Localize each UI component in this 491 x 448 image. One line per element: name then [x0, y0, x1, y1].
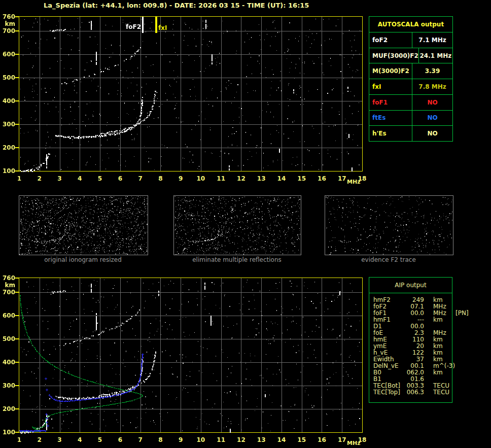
x-tick-label: 1: [13, 436, 25, 443]
x-tick-label: 4: [74, 436, 86, 443]
autoscala-row-value: NO: [412, 111, 452, 126]
autoscala-row-label: fxI: [369, 79, 412, 94]
x-axis-unit-label: MHz: [347, 179, 361, 185]
autoscala-row-label: foF2: [369, 32, 412, 48]
thumbnail-original-canvas: [19, 195, 148, 255]
y-tick-label: 300: [0, 121, 15, 128]
x-tick-label: 10: [195, 175, 207, 182]
autoscala-row-value: 3.39: [412, 63, 452, 79]
aip-value: 006.3: [403, 389, 424, 396]
y-tick-label: 400: [0, 359, 15, 366]
autoscala-output-table: AUTOSCALA output foF27.1 MHzMUF(3000)F22…: [369, 16, 453, 142]
autoscala-row: MUF(3000)F224.1 MHz: [369, 48, 452, 63]
ionogram-bottom: [14, 275, 365, 435]
y-tick-label: 600: [0, 312, 15, 319]
x-tick-label: 16: [315, 175, 328, 182]
autoscala-table-body: foF27.1 MHzMUF(3000)F224.1 MHzM(3000)F23…: [369, 32, 452, 141]
y-axis-unit-label: km: [0, 282, 15, 289]
y-tick-label: 760: [0, 13, 15, 20]
x-tick-label: 11: [215, 175, 227, 182]
autoscala-row: M(3000)F23.39: [369, 63, 452, 79]
x-tick-label: 12: [235, 436, 247, 443]
y-tick-label: 500: [0, 335, 15, 342]
x-tick-label: 14: [275, 175, 288, 182]
x-tick-label: 1: [13, 175, 25, 182]
aip-table-header: AIP output: [369, 278, 452, 293]
x-tick-label: 17: [336, 436, 348, 443]
autoscala-row-value: 24.1 MHz: [419, 48, 452, 63]
x-tick-label: 13: [255, 436, 267, 443]
x-tick-label: 10: [195, 436, 207, 443]
autoscala-row-value: NO: [412, 126, 452, 141]
y-tick-label: 700: [0, 289, 15, 296]
x-tick-label: 8: [154, 175, 166, 182]
x-tick-label: 11: [215, 436, 227, 443]
ionogram-top-canvas: [14, 14, 365, 174]
x-tick-label: 2: [33, 436, 46, 443]
x-tick-label: 6: [114, 436, 126, 443]
autoscala-row: foF27.1 MHz: [369, 32, 452, 48]
x-tick-label: 17: [336, 175, 348, 182]
x-tick-label: 3: [54, 436, 66, 443]
x-tick-label: 15: [296, 175, 308, 182]
autoscala-row-label: h'Es: [369, 126, 412, 141]
thumbnail-original-ionogram: [19, 195, 147, 254]
aip-table-body: hmF2249kmfoF207.1MHzfoF100.0MHz[PN]hmF1-…: [369, 293, 452, 396]
x-tick-label: 7: [134, 175, 147, 182]
aip-unit: TECU: [433, 389, 454, 396]
autoscala-row-value: 7.8 MHz: [412, 79, 452, 94]
thumbnail-f2-trace-caption: evidence F2 trace: [325, 256, 452, 263]
x-tick-label: 4: [74, 175, 86, 182]
autoscala-row-label: M(3000)F2: [369, 63, 412, 79]
autoscala-row-label: MUF(3000)F2: [369, 48, 419, 63]
autoscala-row: ftEsNO: [369, 110, 452, 126]
x-tick-label: 8: [154, 436, 166, 443]
x-tick-label: 16: [315, 436, 328, 443]
autoscala-row: fxI7.8 MHz: [369, 79, 452, 94]
y-tick-label: 760: [0, 274, 15, 282]
x-tick-label: 15: [296, 436, 308, 443]
autoscala-row-label: ftEs: [369, 111, 412, 126]
autoscala-row: foF1NO: [369, 94, 452, 110]
autoscala-row: h'EsNO: [369, 125, 452, 141]
x-tick-label: 14: [275, 436, 288, 443]
autoscala-table-header: AUTOSCALA output: [369, 17, 452, 32]
y-tick-label: 500: [0, 74, 15, 81]
x-tick-label: 5: [94, 436, 106, 443]
aip-unit: km: [433, 317, 454, 323]
x-tick-label: 13: [255, 175, 267, 182]
ionogram-bottom-canvas: [14, 275, 365, 435]
y-tick-label: 600: [0, 51, 15, 58]
y-tick-label: 300: [0, 382, 15, 389]
thumbnail-f2-trace-canvas: [325, 195, 453, 255]
x-tick-label: 2: [33, 175, 46, 182]
y-tick-label: 100: [0, 429, 15, 436]
thumbnail-no-reflections: [173, 195, 300, 254]
aip-name: TEC[Top]: [373, 389, 403, 396]
aip-extra: [PN]: [455, 310, 469, 317]
y-tick-label: 400: [0, 97, 15, 105]
aip-row: TEC[Top]006.3TECU: [373, 389, 452, 396]
autoscala-row-label: foF1: [369, 95, 412, 110]
x-tick-label: 6: [114, 175, 126, 182]
ionogram-top: foF2 fxI: [14, 14, 365, 174]
thumbnail-no-reflections-canvas: [173, 195, 301, 255]
y-tick-label: 700: [0, 27, 15, 35]
aip-unit: km: [433, 369, 454, 376]
y-axis-unit-label: km: [0, 20, 15, 27]
fxI-marker-label: fxI: [158, 24, 167, 31]
x-tick-label: 5: [94, 175, 106, 182]
thumbnail-no-reflections-caption: eliminate multiple reflections: [173, 256, 300, 263]
autoscala-screen: La_Spezia (lat: +44.1, lon: 009.8) - DAT…: [0, 0, 491, 448]
y-tick-label: 100: [0, 167, 15, 175]
thumbnail-original-caption: original ionogram resized: [19, 256, 147, 263]
autoscala-row-value: NO: [412, 95, 452, 110]
y-tick-label: 200: [0, 144, 15, 151]
page-title: La_Spezia (lat: +44.1, lon: 009.8) - DAT…: [44, 2, 309, 9]
x-tick-label: 9: [174, 436, 187, 443]
aip-output-table: AIP output hmF2249kmfoF207.1MHzfoF100.0M…: [369, 277, 452, 403]
x-axis-unit-label: MHz: [347, 440, 361, 446]
autoscala-row-value: 7.1 MHz: [412, 32, 452, 48]
foF2-marker-label: foF2: [120, 23, 141, 30]
x-tick-label: 7: [134, 436, 147, 443]
